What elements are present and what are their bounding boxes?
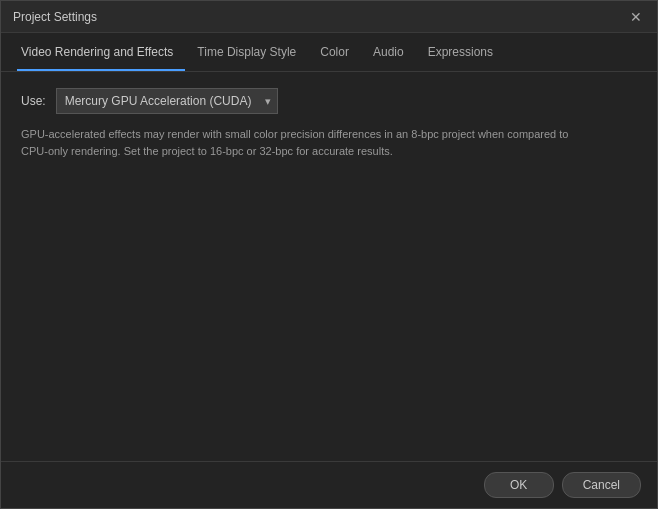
footer: OK Cancel [1,461,657,508]
tab-time-display[interactable]: Time Display Style [185,33,308,71]
renderer-dropdown[interactable]: Mercury GPU Acceleration (CUDA) [56,88,278,114]
close-button[interactable]: ✕ [627,8,645,26]
tab-video-rendering[interactable]: Video Rendering and Effects [17,33,185,71]
dialog-title: Project Settings [13,10,97,24]
tab-expressions[interactable]: Expressions [416,33,505,71]
use-row: Use: Mercury GPU Acceleration (CUDA) [21,88,637,114]
info-text: GPU-accelerated effects may render with … [21,126,581,159]
project-settings-dialog: Project Settings ✕ Video Rendering and E… [0,0,658,509]
tab-audio[interactable]: Audio [361,33,416,71]
tab-color[interactable]: Color [308,33,361,71]
cancel-button[interactable]: Cancel [562,472,641,498]
tab-bar: Video Rendering and Effects Time Display… [1,33,657,72]
renderer-dropdown-wrapper: Mercury GPU Acceleration (CUDA) [56,88,278,114]
content-area: Use: Mercury GPU Acceleration (CUDA) GPU… [1,72,657,461]
use-label: Use: [21,94,46,108]
ok-button[interactable]: OK [484,472,554,498]
title-bar: Project Settings ✕ [1,1,657,33]
